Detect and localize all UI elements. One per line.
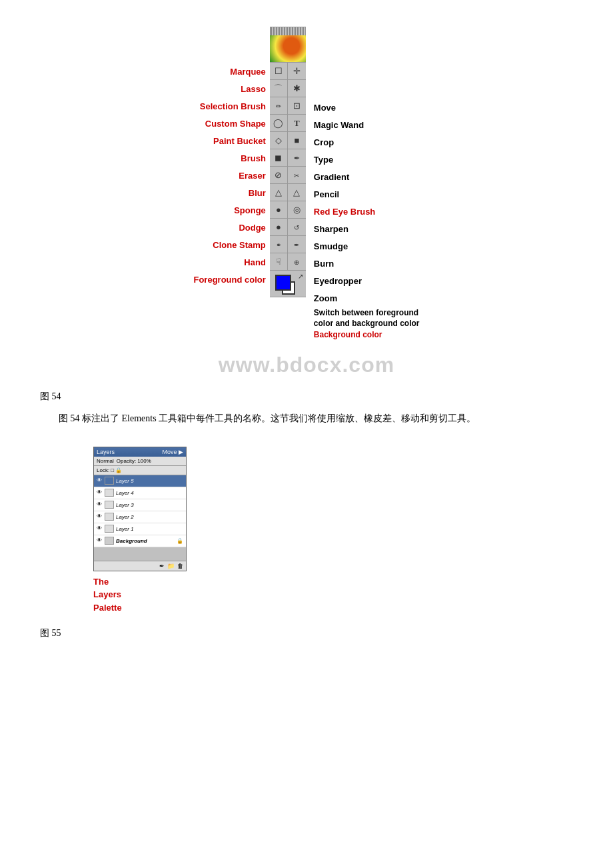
layer-5-eye: 👁: [97, 477, 103, 484]
tool-sponge[interactable]: ●: [270, 201, 288, 219]
tool-sharpen[interactable]: △: [288, 184, 306, 201]
tool-row-marquee-move: ☐ ✛: [270, 62, 306, 79]
figure-54-description: 图 54 标注出了 Elements 工具箱中每件工具的名称。这节我们将使用缩放…: [40, 411, 573, 427]
label-custom-shape: Custom Shape: [205, 115, 266, 132]
tool-magic-wand[interactable]: ✱: [288, 80, 306, 97]
layers-delete-btn[interactable]: 🗑: [177, 563, 183, 569]
tool-hand[interactable]: ☟: [270, 253, 288, 271]
layer-3-eye: 👁: [97, 501, 103, 508]
label-smudge: Smudge: [314, 237, 348, 255]
tool-dodge[interactable]: ●: [270, 219, 288, 236]
tool-crop[interactable]: ⊡: [288, 97, 306, 115]
label-lasso: Lasso: [241, 80, 266, 97]
layer-item-background[interactable]: 👁 Background 🔒: [94, 535, 186, 547]
tool-row-dodge-burn: ● ↺: [270, 218, 306, 235]
tool-blur[interactable]: △: [270, 184, 288, 201]
layers-new-layer-btn[interactable]: ✒: [159, 563, 165, 569]
tool-red-eye-brush[interactable]: ✂: [288, 167, 306, 184]
layer-bg-eye: 👁: [97, 537, 103, 544]
label-hand: Hand: [244, 253, 266, 271]
label-sponge: Sponge: [234, 201, 266, 219]
layers-lock-row: Lock: □ 🔒: [94, 466, 186, 475]
toolbox-preview-image: [270, 35, 306, 62]
tool-custom-shape[interactable]: ◯: [270, 115, 288, 132]
tool-zoom[interactable]: ⊕: [288, 253, 306, 271]
tool-row-selection-crop: ✏ ⊡: [270, 97, 306, 114]
tool-eyedropper[interactable]: ✒: [288, 236, 306, 253]
layer-2-name: Layer 2: [116, 514, 134, 520]
layer-3-name: Layer 3: [116, 502, 134, 508]
layers-caption-the: The: [93, 577, 109, 587]
label-clone-stamp: Clone Stamp: [213, 236, 265, 253]
label-paint-bucket: Paint Bucket: [213, 132, 266, 149]
layers-normal[interactable]: Normal: [97, 458, 114, 464]
tool-eraser[interactable]: ⊘: [270, 167, 288, 184]
label-brush: Brush: [241, 149, 266, 167]
tool-pencil[interactable]: ✒: [288, 149, 306, 167]
tool-selection-brush[interactable]: ✏: [270, 97, 288, 115]
toolbox-center: ☐ ✛ ⌒ ✱ ✏ ⊡ ◯ T ◇ ■: [270, 27, 306, 297]
right-labels: Move Magic Wand Crop Type Gradient Penci…: [310, 99, 420, 307]
layers-close-btn[interactable]: Move ▶: [162, 449, 183, 455]
layer-item-1[interactable]: 👁 Layer 1: [94, 523, 186, 535]
toolbox-grip: [271, 27, 305, 35]
layers-bottom-bar: ✒ 📁 🗑: [94, 561, 186, 571]
label-crop: Crop: [314, 133, 334, 151]
label-eyedropper: Eyedropper: [314, 272, 362, 289]
tool-row-eraser-redeye: ⊘ ✂: [270, 166, 306, 183]
tool-brush[interactable]: ◼: [270, 149, 288, 167]
label-sharpen: Sharpen: [314, 220, 348, 237]
tool-row-sponge-smudge: ● ◎: [270, 201, 306, 218]
tool-row-shape-type: ◯ T: [270, 114, 306, 131]
toolbox-diagram: Marquee Lasso Selection Brush Custom Sha…: [193, 27, 419, 339]
label-blur: Blur: [249, 184, 266, 201]
switch-colors-arrow[interactable]: ↗: [298, 273, 303, 280]
left-labels: Marquee Lasso Selection Brush Custom Sha…: [193, 63, 269, 288]
label-type: Type: [314, 151, 333, 168]
layers-folder-btn[interactable]: 📁: [167, 563, 175, 569]
tool-clone-stamp[interactable]: ⚭: [270, 236, 288, 253]
tool-gradient[interactable]: ■: [288, 132, 306, 149]
label-gradient: Gradient: [314, 168, 349, 185]
layer-1-eye: 👁: [97, 525, 103, 532]
tool-smudge[interactable]: ◎: [288, 201, 306, 219]
layer-1-thumb: [105, 525, 114, 533]
layers-caption-palette: Palette: [93, 603, 122, 613]
layers-spacer: [94, 547, 186, 561]
layers-caption: The Layers Palette: [93, 575, 193, 615]
layer-item-3[interactable]: 👁 Layer 3: [94, 499, 186, 511]
figure-55: Layers Move ▶ Normal Opacity: 100% Lock:…: [40, 447, 573, 615]
tool-marquee[interactable]: ☐: [270, 63, 288, 80]
layer-1-name: Layer 1: [116, 526, 134, 532]
label-zoom: Zoom: [314, 289, 337, 307]
tool-paint-bucket[interactable]: ◇: [270, 132, 288, 149]
right-labels-bottom: Switch between foreground color and back…: [310, 307, 420, 339]
label-dodge: Dodge: [239, 219, 265, 236]
figure-54-label: 图 54: [40, 391, 573, 403]
layers-caption-layers: Layers: [93, 589, 121, 599]
layer-item-5[interactable]: 👁 Layer 5: [94, 475, 186, 487]
tool-move[interactable]: ✛: [288, 63, 306, 80]
layer-4-thumb: [105, 489, 114, 497]
layers-panel: Layers Move ▶ Normal Opacity: 100% Lock:…: [93, 447, 187, 571]
label-magic-wand: Magic Wand: [314, 116, 364, 133]
tool-row-hand-zoom: ☟ ⊕: [270, 253, 306, 270]
tool-type[interactable]: T: [288, 115, 306, 132]
color-swatches-row: ↗: [270, 270, 306, 297]
figure-55-label: 图 55: [40, 627, 573, 639]
tool-lasso[interactable]: ⌒: [270, 80, 288, 97]
foreground-color-swatch[interactable]: [275, 275, 291, 291]
label-switch-colors: Switch between foreground color and back…: [314, 308, 420, 329]
label-background-color: Background color: [314, 330, 420, 339]
layer-5-thumb: [105, 477, 114, 485]
tool-burn[interactable]: ↺: [288, 219, 306, 236]
layers-lock-label: Lock: □ 🔒: [97, 467, 122, 473]
layer-bg-thumb: [105, 537, 114, 545]
tool-row-bucket-gradient: ◇ ■: [270, 131, 306, 149]
layers-controls: Normal Opacity: 100%: [94, 457, 186, 466]
layer-4-eye: 👁: [97, 489, 103, 496]
layer-item-2[interactable]: 👁 Layer 2: [94, 511, 186, 523]
label-marquee: Marquee: [230, 63, 265, 80]
label-eraser: Eraser: [239, 167, 265, 184]
layer-item-4[interactable]: 👁 Layer 4: [94, 487, 186, 499]
